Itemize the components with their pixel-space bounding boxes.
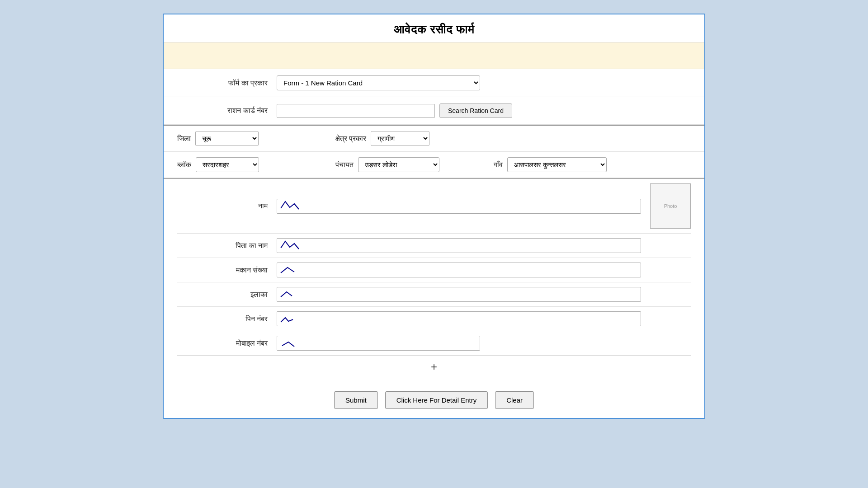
house-no-label: मकान संख्या: [177, 266, 277, 274]
ration-card-input-col: Search Ration Card: [277, 103, 691, 118]
father-name-row: पिता का नाम: [177, 234, 691, 258]
locality-input-wrap: [277, 287, 641, 302]
form-type-select[interactable]: Form - 1 New Ration Card Form - 2 Modify…: [277, 75, 480, 90]
ration-card-input[interactable]: [277, 104, 435, 118]
detail-entry-button[interactable]: Click Here For Detail Entry: [385, 391, 488, 409]
village-cell: गाँव आसपालसर कुन्तलसर: [494, 157, 691, 172]
district-label: जिला: [177, 135, 191, 143]
area-type-cell: क्षेत्र प्रकार ग्रामीण शहरी: [335, 131, 494, 146]
page-title: आवेदक रसीद फार्म: [164, 14, 704, 42]
house-no-input[interactable]: [277, 263, 641, 277]
form-type-label: फॉर्म का प्रकार: [177, 79, 277, 87]
locality-input[interactable]: [277, 287, 641, 302]
banner-area: [164, 42, 704, 69]
father-name-label: पिता का नाम: [177, 242, 277, 250]
pin-input-wrap: [277, 311, 641, 326]
form-type-row: फॉर्म का प्रकार Form - 1 New Ration Card…: [164, 69, 704, 97]
name-input[interactable]: [277, 199, 641, 214]
bottom-bar: Submit Click Here For Detail Entry Clear: [164, 378, 704, 418]
mobile-input[interactable]: [277, 336, 480, 351]
form-type-input-col: Form - 1 New Ration Card Form - 2 Modify…: [277, 75, 691, 90]
fields-section: नाम Photo पिता का नाम: [164, 178, 704, 378]
ration-card-label: राशन कार्ड नंबर: [177, 107, 277, 115]
village-select[interactable]: आसपालसर कुन्तलसर: [507, 157, 607, 172]
panchayat-cell: पंचायत उड़सर लोडेरा: [335, 157, 494, 172]
add-row[interactable]: +: [177, 356, 691, 378]
mobile-label: मोबाइल नंबर: [177, 339, 277, 347]
area-type-label: क्षेत्र प्रकार: [335, 135, 366, 143]
mobile-input-wrap: [277, 336, 480, 351]
block-panchayat-row: ब्लॉक सरदारशहर पंचायत उड़सर लोडेरा गाँव …: [164, 152, 704, 178]
father-name-input-wrap: [277, 238, 641, 253]
house-no-row: मकान संख्या: [177, 258, 691, 282]
pin-input[interactable]: [277, 311, 641, 326]
photo-box: Photo: [650, 183, 691, 229]
plus-icon[interactable]: +: [431, 361, 437, 373]
locality-label: इलाका: [177, 291, 277, 299]
house-no-input-wrap: [277, 263, 641, 277]
search-ration-card-button[interactable]: Search Ration Card: [439, 103, 512, 118]
mobile-row: मोबाइल नंबर: [177, 331, 691, 356]
district-area-row: जिला चूरू क्षेत्र प्रकार ग्रामीण शहरी: [164, 125, 704, 152]
submit-button[interactable]: Submit: [334, 391, 378, 409]
area-type-select[interactable]: ग्रामीण शहरी: [371, 131, 429, 146]
panchayat-select[interactable]: उड़सर लोडेरा: [358, 157, 439, 172]
block-select[interactable]: सरदारशहर: [196, 157, 259, 172]
clear-button[interactable]: Clear: [495, 391, 534, 409]
photo-placeholder-text: Photo: [664, 203, 677, 209]
name-row: नाम Photo: [177, 179, 691, 234]
district-select[interactable]: चूरू: [195, 131, 259, 146]
district-cell: जिला चूरू: [177, 131, 335, 146]
block-label: ब्लॉक: [177, 161, 191, 169]
locality-row: इलाका: [177, 282, 691, 307]
father-name-input[interactable]: [277, 238, 641, 253]
name-input-wrap: [277, 199, 641, 214]
village-label: गाँव: [494, 161, 503, 169]
form-container: फॉर्म का प्रकार Form - 1 New Ration Card…: [164, 69, 704, 378]
ration-card-row: राशन कार्ड नंबर Search Ration Card: [164, 97, 704, 125]
pin-label: पिन नंबर: [177, 315, 277, 323]
panchayat-label: पंचायत: [335, 161, 354, 169]
name-label: नाम: [177, 202, 277, 210]
block-cell: ब्लॉक सरदारशहर: [177, 157, 335, 172]
pin-row: पिन नंबर: [177, 307, 691, 331]
